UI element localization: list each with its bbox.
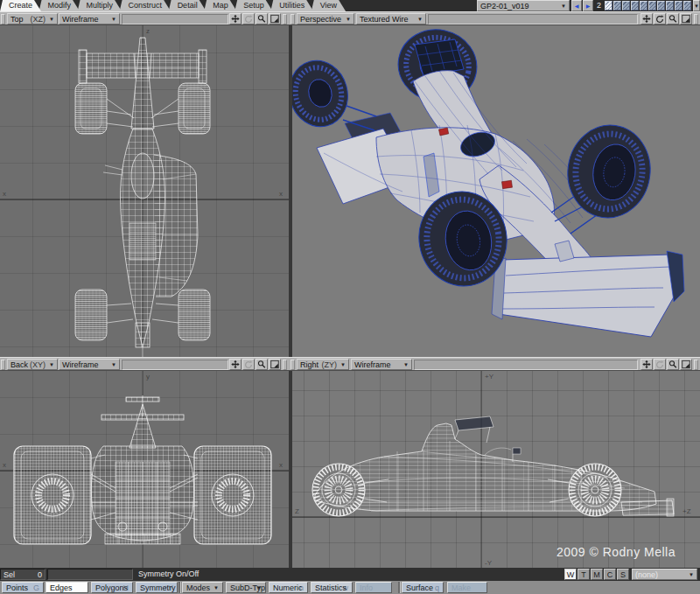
back-view-car-wireframe — [14, 395, 271, 544]
pan-viewport-button[interactable] — [229, 13, 242, 24]
tab-utilities[interactable]: Utilities — [270, 0, 313, 11]
tab-detail[interactable]: Detail — [169, 0, 206, 11]
rotate-viewport-button[interactable] — [654, 13, 666, 24]
surface-button[interactable]: q Surface — [402, 582, 444, 593]
tab-modify[interactable]: Modify — [39, 0, 80, 11]
vmap-texture-button[interactable]: T — [578, 569, 590, 580]
move-icon — [230, 360, 241, 369]
subd-type-dropdown[interactable]: ▼ SubD-Type — [226, 582, 266, 593]
points-mode-button[interactable]: G Points — [2, 582, 44, 593]
back-viewport[interactable]: x x y — [0, 371, 289, 568]
maximize-icon — [270, 360, 280, 369]
symmetry-toggle-button[interactable]: +Y Symmetry — [136, 582, 178, 593]
info-field — [47, 569, 133, 580]
layer-list-dropdown[interactable]: ▼ — [693, 0, 700, 11]
viewport-grab-handle[interactable] — [283, 360, 287, 370]
polygons-mode-button[interactable]: H Polygons — [91, 582, 133, 593]
vmap-selection-button[interactable]: S — [617, 569, 629, 580]
tab-construct[interactable]: Construct — [120, 0, 172, 11]
prev-layer-bank-button[interactable]: ◀ — [571, 0, 582, 11]
top-viewport[interactable]: x x z — [0, 25, 289, 357]
right-view-canvas: Z +Z +Y -Y — [292, 371, 700, 568]
statistics-panel-button[interactable]: w Statistics — [311, 582, 353, 593]
numeric-panel-button[interactable]: n Numeric — [269, 582, 308, 593]
pan-viewport-button[interactable] — [229, 359, 242, 370]
pan-viewport-button[interactable] — [640, 13, 653, 24]
rotate-icon — [243, 14, 254, 24]
vmap-color-button[interactable]: C — [604, 569, 616, 580]
layer-button-3[interactable] — [622, 1, 630, 10]
zoom-viewport-button[interactable] — [256, 359, 268, 370]
maximize-viewport-button[interactable] — [269, 13, 281, 24]
pan-viewport-button[interactable] — [640, 359, 653, 370]
zoom-viewport-button[interactable] — [667, 359, 679, 370]
viewport-grab-handle[interactable] — [1, 360, 5, 370]
viewport-grab-handle[interactable] — [694, 14, 698, 24]
top-viewport-header: Top ▼ (XZ) Wireframe ▼ — [0, 11, 289, 25]
selection-count-field: Sel 0 — [0, 569, 46, 580]
zoom-viewport-button[interactable] — [667, 13, 679, 24]
layer-button-4[interactable] — [631, 1, 639, 10]
hint-text: Symmetry On/Off — [138, 570, 199, 578]
viewport-divider[interactable] — [289, 25, 292, 357]
vmap-weight-button[interactable]: W — [564, 569, 577, 580]
rotate-icon — [654, 360, 665, 369]
layer-button-7[interactable] — [657, 1, 665, 10]
axis-label: y — [146, 373, 150, 381]
right-viewport[interactable]: Z +Z +Y -Y — [292, 371, 700, 568]
tab-setup[interactable]: Setup — [234, 0, 273, 11]
vmap-selector-dropdown[interactable]: (none) ▼ — [632, 569, 697, 580]
layer-button-10[interactable] — [683, 1, 691, 10]
layer-button-6[interactable] — [648, 1, 656, 10]
back-viewport-header: Back ▼ (XY) Wireframe ▼ — [0, 357, 289, 371]
axis-label: -Y — [485, 559, 493, 567]
viewport-grab-handle[interactable] — [1, 14, 5, 24]
back-render-mode-dropdown[interactable]: Wireframe ▼ — [59, 359, 120, 370]
perspective-viewport-header: Perspective ▼ Textured Wire ▼ — [289, 11, 700, 25]
move-icon — [230, 14, 241, 24]
tab-map[interactable]: Map — [204, 0, 237, 11]
perspective-viewport[interactable] — [292, 25, 700, 357]
maximize-viewport-button[interactable] — [680, 13, 692, 24]
chevron-down-icon: ▼ — [346, 14, 351, 24]
maximize-viewport-button[interactable] — [269, 359, 281, 370]
top-render-mode-dropdown[interactable]: Wireframe ▼ — [59, 13, 120, 24]
object-selector-dropdown[interactable]: GP2-01_v019 ▼ — [477, 0, 570, 11]
layer-button-5[interactable] — [640, 1, 648, 10]
modes-dropdown[interactable]: ▼ Modes — [182, 582, 223, 593]
rotate-icon — [654, 14, 665, 24]
layer-button-8[interactable] — [666, 1, 674, 10]
viewport-grab-handle[interactable] — [290, 14, 295, 24]
tab-create[interactable]: Create — [0, 0, 41, 11]
edges-mode-button[interactable]: Edges — [46, 582, 88, 593]
chevron-down-icon: ▼ — [689, 570, 694, 580]
chevron-down-icon: ▼ — [403, 360, 409, 370]
zoom-viewport-button[interactable] — [256, 13, 268, 24]
selection-count-value: 0 — [38, 570, 42, 581]
maximize-viewport-button[interactable] — [680, 359, 692, 370]
chevron-down-icon: ▼ — [111, 360, 116, 370]
tab-multiply[interactable]: Multiply — [78, 0, 122, 11]
viewport-grab-handle[interactable] — [290, 360, 295, 370]
viewport-grab-handle[interactable] — [694, 360, 698, 370]
back-view-type-dropdown[interactable]: Back ▼ (XY) — [7, 359, 58, 370]
next-layer-bank-button[interactable]: ▶ — [583, 0, 593, 11]
toolbar-divider — [178, 582, 181, 593]
magnifier-icon — [256, 14, 267, 24]
perspective-view-type-dropdown[interactable]: Perspective ▼ — [297, 13, 354, 24]
top-view-type-dropdown[interactable]: Top ▼ (XZ) — [7, 13, 58, 24]
modeler-window: Create Modify Multiply Construct Detail … — [0, 0, 700, 594]
vmap-morph-button[interactable]: M — [591, 569, 603, 580]
right-render-mode-dropdown[interactable]: Wireframe ▼ — [351, 359, 412, 370]
right-view-type-dropdown[interactable]: Right ▼ (ZY) — [297, 359, 349, 370]
axis-label: Z — [295, 507, 299, 515]
top-view-car-wireframe — [75, 38, 210, 357]
layer-button-9[interactable] — [675, 1, 682, 10]
layer-button-1[interactable] — [605, 1, 612, 10]
viewport-title-field — [122, 14, 228, 24]
axis-label: x — [3, 190, 6, 198]
layer-button-2[interactable] — [613, 1, 621, 10]
perspective-render-mode-dropdown[interactable]: Textured Wire ▼ — [356, 13, 426, 24]
viewport-grab-handle[interactable] — [283, 14, 287, 24]
tab-view[interactable]: View — [312, 0, 346, 11]
